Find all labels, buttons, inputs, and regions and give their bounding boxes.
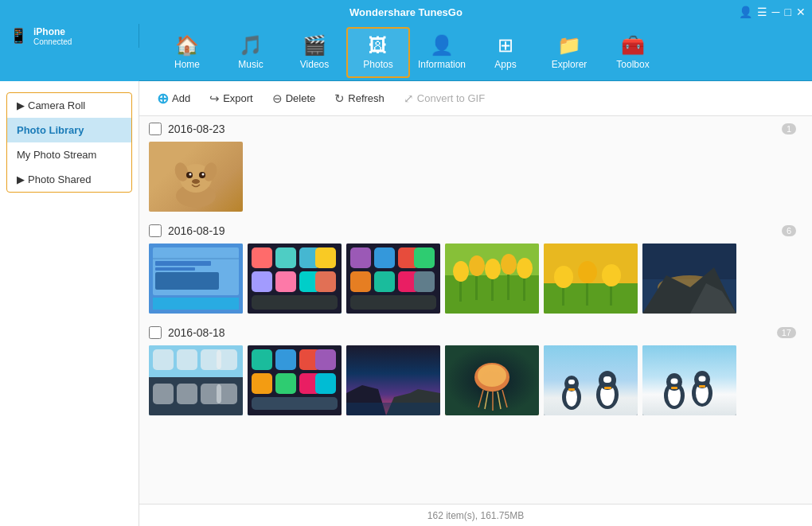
- export-label: Export: [223, 92, 253, 104]
- explorer-icon: 📁: [557, 34, 581, 56]
- photo-tulips-yellow2[interactable]: [544, 244, 638, 314]
- videos-icon: 🎬: [303, 34, 326, 56]
- group-header-2016-08-23: 2016-08-23 1: [149, 123, 802, 135]
- sidebar-item-camera-roll[interactable]: ▶ Camera Roll: [7, 93, 131, 118]
- sidebar-my-photo-stream-label: My Photo Stream: [17, 149, 96, 161]
- ios-screen2-image: [248, 345, 342, 415]
- maximize-icon[interactable]: □: [785, 6, 791, 18]
- photo-penguins2[interactable]: [642, 345, 736, 415]
- svg-rect-107: [642, 345, 736, 415]
- svg-rect-70: [217, 384, 237, 404]
- photos-icon: 🖼: [369, 34, 388, 56]
- photo-ios-screen2[interactable]: [248, 345, 342, 415]
- nav-explorer[interactable]: 📁 Explorer: [537, 27, 601, 78]
- svg-point-51: [578, 261, 597, 283]
- svg-rect-68: [177, 384, 197, 404]
- add-button[interactable]: ⊕ Add: [149, 86, 198, 111]
- user-icon[interactable]: 👤: [739, 6, 752, 18]
- music-icon: 🎵: [239, 34, 263, 56]
- delete-label: Delete: [286, 92, 316, 104]
- photo-group-2016-08-18: 2016-08-18 17: [149, 326, 802, 415]
- group-date-2016-08-18: 2016-08-18: [168, 326, 225, 339]
- information-icon: 👤: [430, 34, 454, 56]
- minimize-icon[interactable]: ─: [772, 6, 780, 18]
- sidebar-item-photo-library[interactable]: Photo Library: [7, 118, 131, 142]
- photo-icons-purple[interactable]: [346, 244, 440, 314]
- svg-rect-43: [459, 282, 462, 302]
- nav-home-label: Home: [174, 59, 200, 70]
- nav-information[interactable]: 👤 Information: [410, 27, 474, 78]
- svg-rect-45: [491, 279, 494, 301]
- nav-toolbox-label: Toolbox: [616, 59, 649, 70]
- device-info: iPhone Connected: [33, 26, 72, 46]
- photo-tulips-yellow[interactable]: [445, 244, 539, 314]
- device-header: 📱 iPhone Connected: [0, 24, 139, 48]
- group-checkbox-2016-08-18[interactable]: [149, 326, 162, 339]
- svg-rect-54: [586, 283, 588, 306]
- svg-rect-63: [153, 349, 174, 370]
- delete-button[interactable]: ⊖ Delete: [264, 88, 324, 110]
- nav-home[interactable]: 🏠 Home: [155, 27, 219, 78]
- group-checkbox-2016-08-23[interactable]: [149, 123, 162, 135]
- svg-rect-22: [275, 271, 296, 292]
- refresh-label: Refresh: [348, 92, 385, 104]
- photo-sunset[interactable]: [346, 345, 440, 415]
- jellyfish-image: [445, 345, 539, 415]
- svg-point-8: [192, 179, 200, 184]
- nav-apps[interactable]: ⊞ Apps: [474, 27, 537, 78]
- home-icon: 🏠: [175, 34, 199, 56]
- nav-apps-label: Apps: [494, 59, 516, 70]
- svg-point-39: [469, 255, 485, 276]
- photo-mountain[interactable]: [642, 244, 736, 314]
- sidebar-photo-shared-label: Photo Shared: [28, 173, 92, 185]
- svg-point-40: [485, 259, 501, 279]
- svg-rect-72: [252, 349, 272, 370]
- convert-to-gif-button[interactable]: ⤢ Convert to GIF: [396, 88, 493, 110]
- svg-point-112: [673, 379, 678, 384]
- photo-screenshot-blue[interactable]: [149, 244, 243, 314]
- svg-rect-30: [414, 247, 435, 268]
- group-checkbox-2016-08-19[interactable]: [149, 224, 162, 237]
- icons-purple-image: [346, 244, 440, 314]
- svg-rect-14: [155, 272, 219, 290]
- penguins2-image: [642, 345, 736, 415]
- group-date-2016-08-19: 2016-08-19: [168, 224, 225, 237]
- photo-dog[interactable]: [149, 142, 243, 212]
- svg-rect-77: [275, 373, 296, 394]
- photo-icons-red[interactable]: [248, 244, 342, 314]
- svg-rect-17: [252, 247, 272, 268]
- nav-photos[interactable]: 🖼 Photos: [346, 27, 410, 78]
- svg-rect-25: [252, 295, 338, 310]
- photo-penguins1[interactable]: [544, 345, 638, 415]
- svg-rect-84: [346, 403, 440, 415]
- status-text: 162 item(s), 161.75MB: [427, 510, 524, 521]
- photo-ios-screen1[interactable]: [149, 345, 243, 415]
- svg-rect-57: [642, 244, 736, 279]
- svg-rect-46: [507, 275, 509, 300]
- nav-toolbox[interactable]: 🧰 Toolbox: [601, 27, 665, 78]
- svg-rect-44: [475, 276, 478, 300]
- menu-icon[interactable]: ☰: [757, 6, 767, 18]
- refresh-button[interactable]: ↻ Refresh: [326, 88, 392, 110]
- svg-point-50: [554, 266, 573, 288]
- nav-videos[interactable]: 🎬 Videos: [283, 27, 346, 78]
- device-status: Connected: [33, 37, 72, 46]
- svg-rect-13: [155, 267, 195, 271]
- sidebar-item-photo-shared[interactable]: ▶ Photo Shared: [7, 167, 131, 192]
- svg-rect-66: [217, 349, 237, 370]
- photo-group-2016-08-23: 2016-08-23 1: [149, 123, 802, 212]
- close-icon[interactable]: ✕: [796, 6, 806, 18]
- svg-rect-73: [275, 349, 296, 370]
- svg-rect-53: [562, 288, 564, 306]
- sidebar: ▶ Camera Roll Photo Library My Photo Str…: [0, 81, 139, 526]
- svg-point-38: [453, 261, 469, 282]
- svg-rect-119: [699, 385, 705, 388]
- export-button[interactable]: ↪ Export: [201, 88, 261, 110]
- export-icon: ↪: [209, 92, 220, 106]
- sidebar-item-my-photo-stream[interactable]: My Photo Stream: [7, 142, 131, 167]
- svg-rect-35: [350, 295, 436, 310]
- nav-music[interactable]: 🎵 Music: [219, 27, 283, 78]
- photo-area[interactable]: 2016-08-23 1: [139, 116, 812, 504]
- photo-jellyfish[interactable]: [445, 345, 539, 415]
- svg-point-105: [605, 376, 611, 383]
